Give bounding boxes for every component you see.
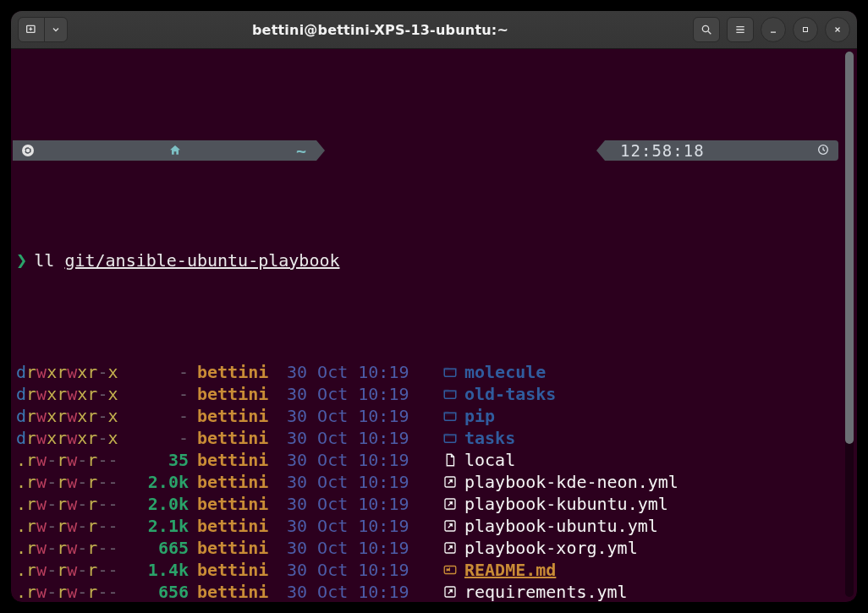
scrollbar[interactable] — [845, 52, 854, 597]
ubuntu-icon — [21, 100, 144, 201]
listing-row: drwxrwxr-x-bettini30 Oct 10:19tasks — [16, 427, 838, 449]
permissions: drwxrwxr-x — [16, 383, 128, 405]
svg-point-7 — [29, 153, 31, 156]
file-size: - — [128, 361, 189, 383]
permissions: .rw-rw-r-- — [16, 581, 128, 603]
file-icon — [439, 452, 461, 468]
file-owner: bettini — [189, 383, 282, 405]
folder-icon — [439, 430, 461, 446]
file-owner: bettini — [189, 427, 282, 449]
permissions: drwxrwxr-x — [16, 405, 128, 427]
file-date: 30 Oct 10:19 — [282, 581, 439, 603]
folder-icon — [439, 364, 461, 380]
permissions: .rw-rw-r-- — [16, 537, 128, 559]
listing-row: .rw-rw-r--1.4kbettini30 Oct 10:19README.… — [16, 559, 838, 581]
permissions: .rw-rw-r-- — [16, 471, 128, 493]
file-date: 30 Oct 10:19 — [282, 471, 439, 493]
link-file-icon — [439, 584, 461, 599]
file-name: requirements.yml — [461, 581, 628, 603]
file-owner: bettini — [189, 471, 282, 493]
time-value: 12:58:18 — [620, 140, 705, 161]
titlebar-left — [18, 17, 68, 42]
file-owner: bettini — [189, 515, 282, 537]
file-date: 30 Oct 10:19 — [282, 537, 439, 559]
file-date: 30 Oct 10:19 — [282, 449, 439, 471]
file-size: - — [128, 405, 189, 427]
file-owner: bettini — [189, 559, 282, 581]
terminal-window: bettini@bettini-XPS-13-ubuntu:~ — [10, 10, 858, 603]
file-name: tasks — [461, 427, 515, 449]
scrollbar-thumb[interactable] — [845, 52, 854, 444]
maximize-button[interactable] — [793, 17, 818, 42]
file-size: 35 — [128, 449, 189, 471]
breadcrumb-path: ~ — [296, 140, 306, 161]
file-size: - — [128, 427, 189, 449]
listing-row: drwxrwxr-x-bettini30 Oct 10:19molecule — [16, 361, 838, 383]
link-file-icon — [439, 518, 461, 534]
link-file-icon — [439, 540, 461, 556]
listing-row: .rw-rw-r--665bettini30 Oct 10:19playbook… — [16, 537, 838, 559]
file-date: 30 Oct 10:19 — [282, 405, 439, 427]
readme-icon — [439, 562, 461, 577]
search-button[interactable] — [693, 17, 720, 42]
file-date: 30 Oct 10:19 — [282, 361, 439, 383]
file-date: 30 Oct 10:19 — [282, 493, 439, 515]
prompt-header-1: ~ 12:58:18 — [16, 140, 838, 161]
titlebar-right — [693, 17, 850, 42]
permissions: drwxrwxr-x — [16, 361, 128, 383]
permissions: .rw-rw-r-- — [16, 449, 128, 471]
svg-point-5 — [23, 150, 25, 152]
titlebar: bettini@bettini-XPS-13-ubuntu:~ — [11, 11, 857, 49]
file-name: molecule — [461, 361, 546, 383]
breadcrumb-os-segment — [13, 140, 154, 161]
breadcrumb: ~ — [13, 140, 316, 161]
file-owner: bettini — [189, 449, 282, 471]
command-line-1: ❯ ll git/ansible-ubuntu-playbook — [16, 249, 838, 271]
file-owner: bettini — [189, 361, 282, 383]
file-size: 2.0k — [128, 493, 189, 515]
svg-point-6 — [29, 146, 31, 149]
file-name: README.md — [461, 559, 556, 581]
permissions: .rw-rw-r-- — [16, 493, 128, 515]
link-file-icon — [439, 474, 461, 490]
link-file-icon — [439, 496, 461, 512]
listing-row: .rw-rw-r--2.0kbettini30 Oct 10:19playboo… — [16, 471, 838, 493]
menu-button[interactable] — [727, 17, 754, 42]
breadcrumb-home-segment: ~ — [154, 140, 317, 161]
command-text: ll git/ansible-ubuntu-playbook — [34, 249, 339, 271]
file-name: playbook-ubuntu.yml — [461, 515, 658, 537]
close-button[interactable] — [825, 17, 850, 42]
permissions: .rw-rw-r-- — [16, 515, 128, 537]
file-name: old-tasks — [461, 383, 556, 405]
listing-row: drwxrwxr-x-bettini30 Oct 10:19old-tasks — [16, 383, 838, 405]
folder-icon — [439, 386, 461, 402]
file-name: playbook-xorg.yml — [461, 537, 638, 559]
file-listing: drwxrwxr-x-bettini30 Oct 10:19moleculedr… — [16, 361, 838, 603]
svg-rect-13 — [444, 566, 456, 574]
listing-row: .rw-rw-r--656bettini30 Oct 10:19requirem… — [16, 581, 838, 603]
clock-icon — [711, 118, 830, 183]
listing-row: drwxrwxr-x-bettini30 Oct 10:19pip — [16, 405, 838, 427]
file-owner: bettini — [189, 493, 282, 515]
window-title: bettini@bettini-XPS-13-ubuntu:~ — [73, 22, 688, 38]
file-date: 30 Oct 10:19 — [282, 383, 439, 405]
time-pill-1: 12:58:18 — [605, 140, 838, 161]
file-size: 665 — [128, 537, 189, 559]
file-size: 2.0k — [128, 471, 189, 493]
new-tab-menu-button[interactable] — [44, 17, 68, 42]
permissions: drwxrwxr-x — [16, 427, 128, 449]
listing-row: .rw-rw-r--2.0kbettini30 Oct 10:19playboo… — [16, 493, 838, 515]
file-owner: bettini — [189, 581, 282, 603]
prompt-symbol: ❯ — [16, 249, 27, 271]
file-name: pip — [461, 405, 495, 427]
minimize-button[interactable] — [761, 17, 786, 42]
file-size: 1.4k — [128, 559, 189, 581]
file-name: playbook-kde-neon.yml — [461, 471, 678, 493]
new-tab-button[interactable] — [18, 17, 45, 42]
permissions: .rw-rw-r-- — [16, 559, 128, 581]
file-size: 2.1k — [128, 515, 189, 537]
file-owner: bettini — [189, 537, 282, 559]
svg-rect-2 — [804, 28, 808, 32]
listing-row: .rw-rw-r--2.1kbettini30 Oct 10:19playboo… — [16, 515, 838, 537]
terminal-content[interactable]: ~ 12:58:18 ❯ ll git/ansible-ubuntu-playb… — [11, 48, 843, 602]
